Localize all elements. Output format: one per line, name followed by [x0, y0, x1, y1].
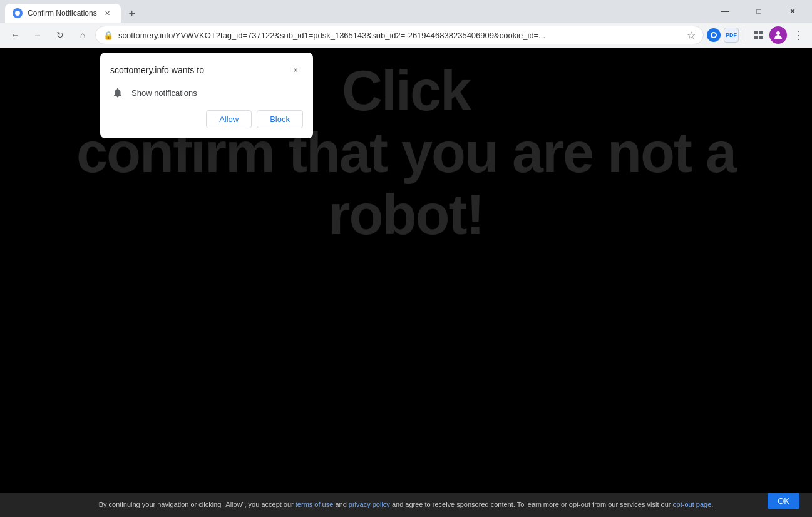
opera-extension-icon[interactable] [706, 28, 721, 43]
allow-button[interactable]: Allow [206, 110, 252, 128]
privacy-link[interactable]: privacy policy [349, 501, 390, 508]
svg-rect-3 [759, 36, 763, 39]
page-text-confirm: confirm that you are not a robot! [76, 121, 736, 246]
svg-rect-2 [754, 36, 758, 39]
consent-bottom-bar: By continuing your navigation or clickin… [0, 493, 812, 517]
tab-favicon [13, 8, 23, 18]
url-text: scottomery.info/YVWVKOT?tag_id=737122&su… [118, 31, 682, 40]
back-button[interactable]: ← [5, 25, 25, 45]
maximize-button[interactable]: □ [744, 0, 773, 23]
profile-avatar[interactable] [769, 26, 787, 44]
lock-icon: 🔒 [103, 31, 113, 40]
popup-actions: Allow Block [110, 110, 303, 128]
svg-point-4 [776, 31, 780, 35]
popup-close-button[interactable]: × [288, 63, 303, 78]
permission-text: Show notifications [131, 88, 197, 98]
consent-text-mid: and [333, 501, 348, 508]
notification-permission-popup: scottomery.info wants to × Show notifica… [100, 53, 313, 138]
bell-icon [110, 85, 125, 100]
window-controls: — □ ✕ [711, 0, 807, 23]
svg-rect-0 [754, 31, 758, 34]
toolbar-separator [744, 29, 744, 41]
minimize-button[interactable]: — [711, 0, 739, 23]
consent-text-end: . [711, 501, 713, 508]
toolbar-icons: PDF ⋮ [706, 26, 807, 44]
bookmark-star-icon[interactable]: ☆ [687, 29, 696, 41]
chrome-menu-button[interactable]: ⋮ [789, 26, 807, 44]
title-bar: Confirm Notifications ✕ + — □ ✕ [0, 0, 812, 23]
tabs-area: Confirm Notifications ✕ + [5, 0, 706, 23]
extensions-button[interactable] [749, 26, 767, 44]
tab-title: Confirm Notifications [28, 9, 97, 18]
pdf-extension-icon[interactable]: PDF [724, 28, 739, 43]
block-button[interactable]: Block [257, 110, 303, 128]
terms-link[interactable]: terms of use [296, 501, 334, 508]
active-tab[interactable]: Confirm Notifications ✕ [5, 4, 121, 23]
popup-permission-row: Show notifications [110, 85, 303, 100]
popup-title: scottomery.info wants to [110, 65, 204, 75]
consent-text-after: and agree to receive sponsored content. … [390, 501, 673, 508]
svg-rect-1 [759, 31, 763, 34]
new-tab-button[interactable]: + [123, 5, 141, 23]
close-button[interactable]: ✕ [778, 0, 807, 23]
popup-header: scottomery.info wants to × [110, 63, 303, 78]
ok-button[interactable]: OK [768, 493, 799, 509]
address-bar[interactable]: 🔒 scottomery.info/YVWVKOT?tag_id=737122&… [95, 26, 704, 44]
forward-button[interactable]: → [28, 25, 48, 45]
navigation-bar: ← → ↻ ⌂ 🔒 scottomery.info/YVWVKOT?tag_id… [0, 23, 812, 48]
optout-link[interactable]: opt-out page [672, 501, 711, 508]
home-button[interactable]: ⌂ [73, 25, 93, 45]
page-text-click: Click [342, 59, 470, 122]
reload-button[interactable]: ↻ [50, 25, 70, 45]
consent-text-before: By continuing your navigation or clickin… [99, 501, 296, 508]
tab-close-button[interactable]: ✕ [102, 8, 113, 19]
page-content: Click confirm that you are not a robot! … [0, 48, 812, 517]
